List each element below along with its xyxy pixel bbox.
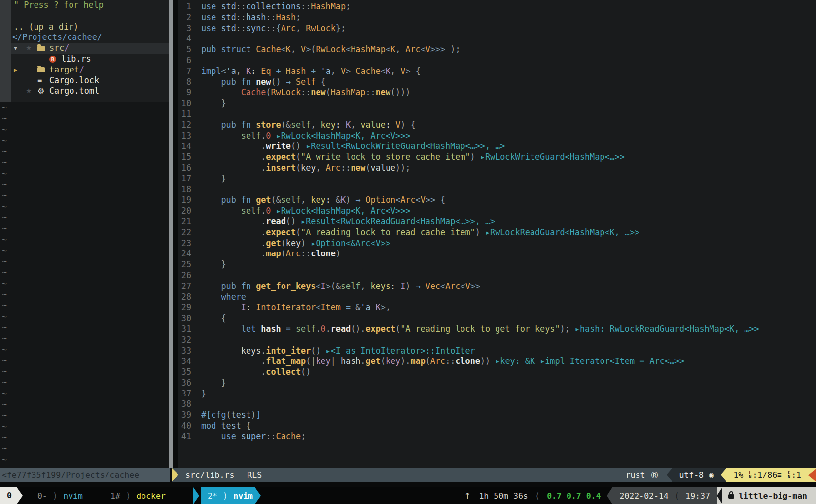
tree-item-lib-rs[interactable]: Rlib.rs [0, 54, 169, 65]
code-text: pub fn get(&self, key: &K) → Option<Arc<… [201, 195, 445, 205]
chevron-right-icon: ⟩ [224, 491, 227, 501]
tmux-window[interactable]: 0-⟩nvim [37, 487, 83, 504]
code-line[interactable]: 12 pub fn store(&self, key: K, value: V)… [178, 120, 816, 131]
tree-item-cargo-lock[interactable]: ≡Cargo.lock [0, 75, 169, 86]
code-line[interactable]: 21 .read() ▸Result<RwLockReadGuard<HashM… [178, 216, 816, 227]
code-editor[interactable]: 1use std::collections::HashMap;2use std:… [178, 0, 816, 470]
code-line[interactable]: 39#[cfg(test)] [178, 410, 816, 421]
code-line[interactable]: 23 .get(key) ▸Option<&Arc<V>> [178, 238, 816, 249]
code-line[interactable]: 14 .write() ▸Result<RwLockWriteGuard<Has… [178, 141, 816, 152]
code-line[interactable]: 34 .flat_map(|key| hash.get(key).map(Arc… [178, 356, 816, 367]
line-number: 28 [178, 292, 191, 303]
tree-expand-icon[interactable]: ▾ [14, 43, 26, 54]
code-line[interactable]: 32 [178, 335, 816, 346]
tree-strip-tail [0, 97, 169, 102]
powerline-arrow-right-icon [172, 468, 178, 481]
code-line[interactable]: 41 use super::Cache; [178, 432, 816, 442]
line-number: 8 [178, 77, 191, 88]
line-number: 11 [178, 109, 191, 120]
code-line[interactable]: 31 let hash = self.0.read().expect("A re… [178, 324, 816, 335]
tree-scrollbar[interactable] [169, 0, 173, 468]
code-text: .collect() [201, 367, 311, 377]
code-line[interactable]: 25 } [178, 259, 816, 270]
code-line[interactable]: 18 [178, 184, 816, 195]
code-line[interactable]: 13 self.0 ▸RwLock<HashMap<K, Arc<V>>> [178, 131, 816, 142]
tmux-window-current[interactable]: 2*⟩nvim [193, 487, 261, 504]
bookmark-star-icon: ★ [26, 43, 37, 54]
statusline-position-segment: 1% LN :1/86≡ CN :1 [726, 468, 816, 482]
code-line[interactable]: 29 I: IntoIterator<Item = &'a K>, [178, 302, 816, 313]
bookmark-star-icon: ★ [26, 86, 37, 97]
code-line[interactable]: 22 .expect("A reading lock to read cache… [178, 227, 816, 238]
statusline-under-gap [0, 482, 816, 487]
tmux-window[interactable]: 1#⟩docker [110, 487, 166, 504]
tree-text-row: </Projects/cachee/ [0, 32, 169, 43]
code-line[interactable]: 8 pub fn new() → Self { [178, 77, 816, 88]
code-line[interactable]: 4 [178, 34, 816, 44]
code-line[interactable]: 20 self.0 ▸RwLock<HashMap<K, Arc<V>>> [178, 206, 816, 216]
code-line[interactable]: 24 .map(Arc::clone) [178, 249, 816, 259]
code-line[interactable]: 38 [178, 399, 816, 410]
code-text: } [201, 174, 226, 183]
tree-item-target[interactable]: ▸target/ [0, 65, 169, 75]
code-text: pub fn new() → Self { [201, 77, 326, 87]
statusline-encoding: utf-8 [679, 470, 704, 480]
code-text: .write() ▸Result<RwLockWriteGuard<HashMa… [201, 141, 505, 151]
statusline-filetype: rust [626, 468, 645, 482]
code-line[interactable]: 5pub struct Cache<K, V>(RwLock<HashMap<K… [178, 44, 816, 55]
code-line[interactable]: 7impl<'a, K: Eq + Hash + 'a, V> Cache<K,… [178, 66, 816, 77]
line-number: 22 [178, 227, 191, 238]
code-line[interactable]: 30 { [178, 313, 816, 324]
terminal-screen: " Press ? for help.. (up a dir)</Project… [0, 0, 816, 504]
line-number: 10 [178, 98, 191, 109]
line-number: 2 [178, 12, 191, 23]
code-line[interactable]: 36 } [178, 378, 816, 389]
tree-item-src[interactable]: ▾★src/ [0, 43, 169, 54]
line-number: 35 [178, 367, 191, 378]
tree-item-label: Cargo.toml [49, 86, 99, 97]
tmux-window-index: 1# [110, 491, 120, 501]
line-number: 31 [178, 324, 191, 335]
powerline-arrow-right-icon [193, 487, 199, 504]
tmux-window-name: nvim [233, 491, 253, 501]
tmux-time: 19:37 [685, 491, 710, 501]
code-text: let hash = self.0.read().expect("A readi… [201, 324, 759, 334]
code-line[interactable]: 37} [178, 389, 816, 399]
tmux-hostname-segment: little-big-man [722, 487, 816, 504]
code-line[interactable]: 3use std::sync::{Arc, RwLock}; [178, 23, 816, 34]
code-line[interactable]: 19 pub fn get(&self, key: &K) → Option<A… [178, 195, 816, 206]
line-number: 14 [178, 141, 191, 152]
code-line[interactable]: 10 } [178, 98, 816, 109]
tmux-date: 2022-02-14 [619, 491, 668, 501]
code-text: .expect("A reading lock to read cache it… [201, 227, 639, 237]
line-number: 18 [178, 184, 191, 195]
gear-icon: ⚙ [37, 86, 49, 97]
statusline-line-info: :1/86≡ [752, 470, 782, 480]
code-line[interactable]: 2use std::hash::Hash; [178, 12, 816, 23]
tree-expand-icon[interactable]: ▸ [14, 65, 26, 75]
code-text: where [201, 292, 246, 302]
line-number: 19 [178, 195, 191, 206]
code-line[interactable]: 17 } [178, 174, 816, 184]
line-number: 40 [178, 421, 191, 432]
code-line[interactable]: 40mod test { [178, 421, 816, 432]
file-tree-panel[interactable]: " Press ? for help.. (up a dir)</Project… [0, 0, 169, 468]
code-line[interactable]: 1use std::collections::HashMap; [178, 1, 816, 12]
code-line[interactable]: 27 pub fn get_for_keys<I>(&self, keys: I… [178, 281, 816, 292]
code-text: use std::sync::{Arc, RwLock}; [201, 23, 346, 33]
tree-text-row: " Press ? for help [0, 0, 169, 11]
code-line[interactable]: 11 [178, 109, 816, 120]
code-line[interactable]: 6 [178, 55, 816, 66]
tree-item-cargo-toml[interactable]: ★⚙Cargo.toml [0, 86, 169, 97]
line-number: 5 [178, 44, 191, 55]
tmux-session-badge[interactable]: 0 [0, 487, 17, 504]
code-line[interactable]: 16 .insert(key, Arc::new(value)); [178, 163, 816, 174]
code-line[interactable]: 28 where [178, 292, 816, 303]
code-line[interactable]: 15 .expect("A write lock to store cache … [178, 152, 816, 163]
rust-file-icon: R [49, 54, 61, 65]
code-line[interactable]: 26 [178, 270, 816, 281]
code-line[interactable]: 35 .collect() [178, 367, 816, 378]
code-line[interactable]: 33 keys.into_iter() ▸<I as IntoIterator>… [178, 346, 816, 357]
code-text: pub fn store(&self, key: K, value: V) { [201, 120, 416, 130]
code-line[interactable]: 9 Cache(RwLock::new(HashMap::new())) [178, 87, 816, 98]
